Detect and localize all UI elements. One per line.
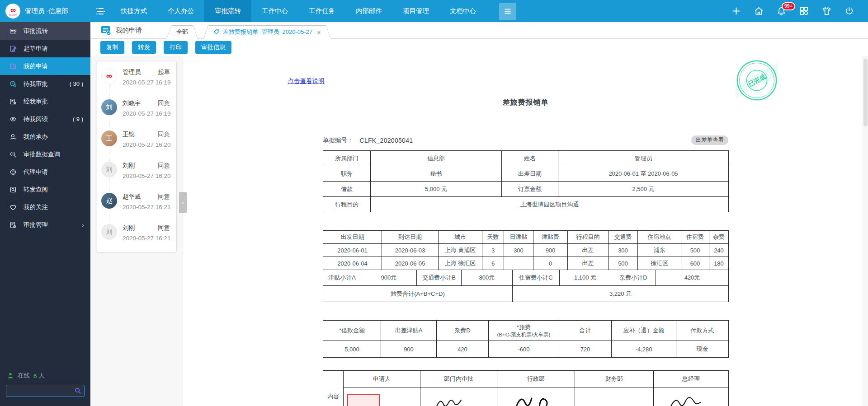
row-group-label: 内容 (323, 371, 344, 406)
sidebar-item-12[interactable]: 审批管理› (0, 216, 90, 233)
column-header: 部门内审批 (420, 371, 497, 387)
timeline-item-3[interactable]: 王王锦同意2020-05-27 16:20 (97, 126, 176, 158)
menu-item-8[interactable]: 文档中心 (439, 0, 486, 22)
sidebar-item-2[interactable]: 起草申请 (0, 40, 90, 57)
person-icon (9, 133, 18, 140)
sidebar-item-1[interactable]: 审批流转 (0, 22, 90, 40)
data-cell: 2020-06-01 (323, 244, 382, 257)
logo-infinity-glyph: ∞ (10, 6, 15, 14)
data-cell: 上海 徐汇区 (439, 257, 482, 270)
data-cell: 3 (482, 244, 504, 257)
sidebar-item-count: ( 30 ) (70, 80, 83, 87)
sidebar-item-11[interactable]: 我的关注 (0, 198, 90, 216)
sidebar-item-8[interactable]: 审批数据查询 (0, 145, 90, 163)
power-icon[interactable] (844, 6, 854, 16)
approval-timeline-panel: ∞管理员起草2020-05-27 16:19刘刘晓宇同意2020-05-27 1… (97, 61, 177, 252)
sidebar-searchbox (6, 385, 85, 397)
subtotal-label: 住宿费小计C (513, 270, 560, 286)
tab-document[interactable]: 差旅费报销单_管理员_2020-05-27× (210, 25, 325, 39)
approval-time: 2020-05-27 16:19 (123, 79, 171, 86)
sidebar-toggle-icon[interactable] (90, 0, 110, 22)
menu-item-2[interactable]: 个人办公 (157, 0, 204, 22)
forward-button[interactable]: 转发 (132, 41, 156, 54)
column-header: 行程目的 (568, 231, 609, 244)
signature-admin-icon (507, 390, 566, 406)
theme-icon[interactable] (821, 6, 832, 16)
top-menu: 快捷方式个人办公审批流转工作中心工作任务内部邮件项目管理文档中心 (110, 0, 516, 22)
field-label: 姓名 (502, 151, 558, 166)
total-label: 旅费合计(A+B+C+D) (323, 286, 513, 302)
online-user-icon (7, 372, 14, 379)
scrollbar-thumb[interactable] (863, 59, 868, 126)
print-button[interactable]: 打印 (164, 41, 188, 54)
menu-item-6[interactable]: 内部邮件 (345, 0, 392, 22)
data-cell: 出差 (568, 244, 609, 257)
sidebar-item-9[interactable]: 代理申请 (0, 163, 90, 181)
signature-cell (420, 387, 497, 406)
column-header: 住宿地点 (638, 231, 681, 244)
sidebar-item-label: 经我审批 (24, 98, 48, 106)
collapse-panel-button[interactable]: ‹ (179, 192, 187, 213)
menu-item-7[interactable]: 项目管理 (392, 0, 439, 22)
header-line: (B+C-预支机票/火车票) (491, 331, 557, 338)
menu-item-4[interactable]: 工作中心 (251, 0, 298, 22)
draft-icon (9, 45, 18, 52)
menu-expand-button[interactable] (499, 3, 516, 20)
subtotal-label: 交通费小计B (417, 270, 462, 286)
sidebar-search-input[interactable] (6, 385, 85, 397)
menu-item-5[interactable]: 工作任务 (298, 0, 345, 22)
data-cell: 出差 (568, 257, 609, 270)
search-icon[interactable] (74, 387, 81, 394)
menu-item-3[interactable]: 审批流转 (204, 0, 251, 22)
home-icon[interactable] (754, 6, 764, 16)
table-header-row: *借款金额出差津贴A杂费D*旅费(B+C-预支机票/火车票)合计应补（退）金额付… (323, 321, 729, 341)
proxy-icon (9, 168, 18, 176)
total-row: 旅费合计(A+B+C+D)3,220 元 (323, 286, 729, 302)
sidebar-item-10[interactable]: 转发查阅 (0, 181, 90, 198)
manage-icon (9, 221, 18, 229)
doc-number-row: 单据编号： CLFK_202005041 出差单查看 (323, 135, 728, 145)
approval-time: 2020-05-27 16:21 (123, 204, 171, 210)
online-suffix: 人 (39, 372, 45, 380)
company-logo-icon: ∞ 华天动力 (5, 4, 20, 19)
approver-name: 王锦 (123, 131, 135, 139)
sidebar-item-7[interactable]: 我的承办 (0, 128, 90, 145)
sidebar-item-3[interactable]: 我的申请 (0, 57, 90, 75)
timeline-item-6[interactable]: 刘刘刚同意2020-05-27 16:21 (97, 220, 176, 251)
timeline-item-header: 管理员起草 (123, 68, 171, 76)
close-tab-icon[interactable]: × (317, 28, 321, 36)
approval-info-button[interactable]: 审批信息 (195, 41, 231, 54)
bell-icon[interactable]: 99+ (776, 6, 787, 16)
data-cell: 上海 黄浦区 (439, 244, 482, 257)
sidebar-item-6[interactable]: 待我阅读( 9 ) (0, 110, 90, 128)
tab-strip: 全部差旅费报销单_管理员_2020-05-27× (164, 25, 334, 38)
timeline-item-header: 刘刚同意 (123, 224, 171, 232)
plus-icon[interactable] (731, 6, 741, 16)
timeline-item-4[interactable]: 刘刘刚同意2020-05-27 16:20 (97, 158, 176, 189)
timeline-item-2[interactable]: 刘刘晓宇同意2020-05-27 16:19 (97, 95, 176, 126)
apps-icon[interactable] (799, 6, 809, 16)
subtotal-value: 900元 (361, 270, 417, 286)
timeline-item-header: 王锦同意 (123, 131, 171, 139)
header-line: 杂费D (439, 327, 486, 335)
view-note-link[interactable]: 点击查看说明 (288, 77, 325, 85)
data-cell: 720 (559, 341, 612, 358)
brand-text: 管理员 -信息部 (25, 7, 68, 15)
tab-all[interactable]: 全部 (173, 25, 192, 39)
column-header: 日津贴 (504, 231, 533, 244)
field-value: 秘书 (371, 166, 502, 182)
approval-action: 起草 (158, 68, 170, 76)
view-trip-order-button[interactable]: 出差单查看 (691, 135, 729, 145)
page-title: 我的申请 (100, 25, 142, 36)
vertical-scrollbar (863, 56, 868, 406)
approval-time: 2020-05-27 16:20 (123, 173, 171, 179)
timeline-item-5[interactable]: 赵赵华威同意2020-05-27 16:21 (97, 189, 176, 220)
forward-icon (9, 186, 18, 193)
avatar: 刘 (101, 99, 117, 115)
copy-button[interactable]: 复制 (100, 41, 124, 54)
menu-item-1[interactable]: 快捷方式 (110, 0, 157, 22)
sidebar-item-5[interactable]: 经我审批 (0, 93, 90, 110)
timeline-item-1[interactable]: ∞管理员起草2020-05-27 16:19 (97, 64, 176, 95)
info-table: 所属部门信息部姓名管理员职务秘书出差日期2020-06-01 至 2020-06… (323, 150, 729, 212)
sidebar-item-4[interactable]: 待我审批( 30 ) (0, 75, 90, 93)
